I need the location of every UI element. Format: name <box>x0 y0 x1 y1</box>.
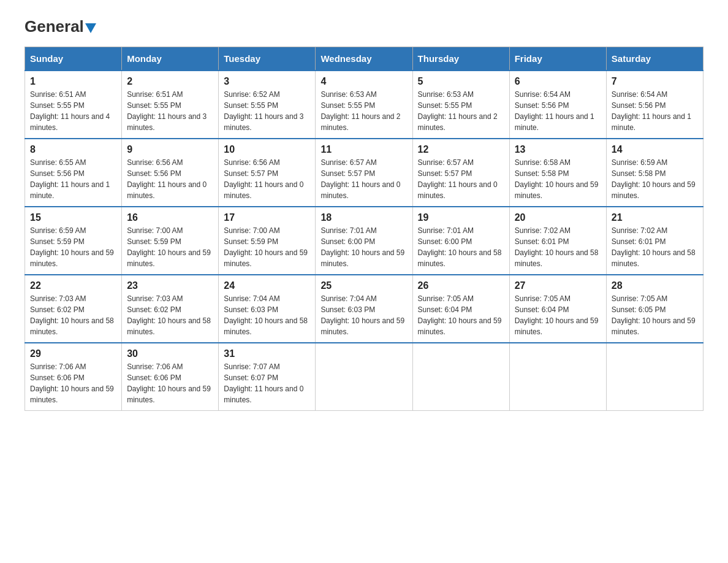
day-info: Sunrise: 7:05 AMSunset: 6:05 PMDaylight:… <box>612 294 696 336</box>
day-number: 27 <box>515 280 601 291</box>
day-info: Sunrise: 7:00 AMSunset: 5:59 PMDaylight:… <box>224 226 308 268</box>
day-info: Sunrise: 6:56 AMSunset: 5:56 PMDaylight:… <box>127 158 207 200</box>
calendar-cell: 6 Sunrise: 6:54 AMSunset: 5:56 PMDayligh… <box>509 71 606 139</box>
calendar-cell: 7 Sunrise: 6:54 AMSunset: 5:56 PMDayligh… <box>606 71 703 139</box>
calendar-table: SundayMondayTuesdayWednesdayThursdayFrid… <box>25 47 703 411</box>
calendar-cell: 28 Sunrise: 7:05 AMSunset: 6:05 PMDaylig… <box>606 275 703 343</box>
calendar-cell: 11 Sunrise: 6:57 AMSunset: 5:57 PMDaylig… <box>316 139 412 207</box>
day-number: 15 <box>30 212 116 223</box>
calendar-cell: 31 Sunrise: 7:07 AMSunset: 6:07 PMDaylig… <box>219 343 316 411</box>
calendar-week-row: 1 Sunrise: 6:51 AMSunset: 5:55 PMDayligh… <box>25 71 703 139</box>
weekday-header-tuesday: Tuesday <box>219 47 316 71</box>
day-number: 6 <box>515 76 601 87</box>
calendar-week-row: 15 Sunrise: 6:59 AMSunset: 5:59 PMDaylig… <box>25 207 703 275</box>
day-number: 23 <box>127 280 213 291</box>
calendar-cell <box>412 343 509 411</box>
day-number: 30 <box>127 348 213 359</box>
day-info: Sunrise: 7:05 AMSunset: 6:04 PMDaylight:… <box>515 294 599 336</box>
day-info: Sunrise: 6:51 AMSunset: 5:55 PMDaylight:… <box>30 90 110 132</box>
calendar-cell <box>606 343 703 411</box>
day-number: 8 <box>30 144 116 155</box>
day-info: Sunrise: 7:02 AMSunset: 6:01 PMDaylight:… <box>612 226 696 268</box>
day-info: Sunrise: 6:56 AMSunset: 5:57 PMDaylight:… <box>224 158 303 200</box>
day-info: Sunrise: 6:57 AMSunset: 5:57 PMDaylight:… <box>320 158 400 200</box>
day-number: 3 <box>224 76 310 87</box>
day-info: Sunrise: 6:57 AMSunset: 5:57 PMDaylight:… <box>418 158 498 200</box>
day-number: 9 <box>127 144 213 155</box>
day-number: 21 <box>612 212 698 223</box>
day-info: Sunrise: 7:06 AMSunset: 6:06 PMDaylight:… <box>30 362 114 404</box>
weekday-header-saturday: Saturday <box>606 47 703 71</box>
calendar-cell: 30 Sunrise: 7:06 AMSunset: 6:06 PMDaylig… <box>122 343 219 411</box>
calendar-cell: 26 Sunrise: 7:05 AMSunset: 6:04 PMDaylig… <box>412 275 509 343</box>
day-info: Sunrise: 7:07 AMSunset: 6:07 PMDaylight:… <box>224 362 303 404</box>
day-number: 29 <box>30 348 116 359</box>
calendar-cell: 4 Sunrise: 6:53 AMSunset: 5:55 PMDayligh… <box>316 71 412 139</box>
day-number: 13 <box>515 144 601 155</box>
day-info: Sunrise: 6:59 AMSunset: 5:59 PMDaylight:… <box>30 226 114 268</box>
calendar-cell: 25 Sunrise: 7:04 AMSunset: 6:03 PMDaylig… <box>316 275 412 343</box>
calendar-cell: 16 Sunrise: 7:00 AMSunset: 5:59 PMDaylig… <box>122 207 219 275</box>
calendar-cell: 21 Sunrise: 7:02 AMSunset: 6:01 PMDaylig… <box>606 207 703 275</box>
day-number: 12 <box>418 144 504 155</box>
day-info: Sunrise: 7:01 AMSunset: 6:00 PMDaylight:… <box>418 226 502 268</box>
calendar-cell: 24 Sunrise: 7:04 AMSunset: 6:03 PMDaylig… <box>219 275 316 343</box>
page-header: General <box>25 18 703 34</box>
day-info: Sunrise: 6:53 AMSunset: 5:55 PMDaylight:… <box>320 90 400 132</box>
calendar-cell: 10 Sunrise: 6:56 AMSunset: 5:57 PMDaylig… <box>219 139 316 207</box>
day-number: 22 <box>30 280 116 291</box>
day-number: 18 <box>320 212 407 223</box>
calendar-cell: 29 Sunrise: 7:06 AMSunset: 6:06 PMDaylig… <box>25 343 122 411</box>
calendar-cell: 15 Sunrise: 6:59 AMSunset: 5:59 PMDaylig… <box>25 207 122 275</box>
day-number: 28 <box>612 280 698 291</box>
day-info: Sunrise: 6:54 AMSunset: 5:56 PMDaylight:… <box>515 90 594 132</box>
day-number: 31 <box>224 348 310 359</box>
day-info: Sunrise: 6:54 AMSunset: 5:56 PMDaylight:… <box>612 90 691 132</box>
calendar-week-row: 22 Sunrise: 7:03 AMSunset: 6:02 PMDaylig… <box>25 275 703 343</box>
calendar-cell: 17 Sunrise: 7:00 AMSunset: 5:59 PMDaylig… <box>219 207 316 275</box>
calendar-cell: 14 Sunrise: 6:59 AMSunset: 5:58 PMDaylig… <box>606 139 703 207</box>
logo-triangle-icon <box>85 20 96 36</box>
day-number: 14 <box>612 144 698 155</box>
weekday-header-sunday: Sunday <box>25 47 122 71</box>
calendar-week-row: 29 Sunrise: 7:06 AMSunset: 6:06 PMDaylig… <box>25 343 703 411</box>
logo: General <box>25 18 96 34</box>
day-number: 17 <box>224 212 310 223</box>
weekday-header-monday: Monday <box>122 47 219 71</box>
day-info: Sunrise: 7:06 AMSunset: 6:06 PMDaylight:… <box>127 362 211 404</box>
calendar-cell: 20 Sunrise: 7:02 AMSunset: 6:01 PMDaylig… <box>509 207 606 275</box>
weekday-header-thursday: Thursday <box>412 47 509 71</box>
day-info: Sunrise: 6:58 AMSunset: 5:58 PMDaylight:… <box>515 158 599 200</box>
calendar-cell: 9 Sunrise: 6:56 AMSunset: 5:56 PMDayligh… <box>122 139 219 207</box>
day-number: 7 <box>612 76 698 87</box>
calendar-cell: 23 Sunrise: 7:03 AMSunset: 6:02 PMDaylig… <box>122 275 219 343</box>
svg-marker-0 <box>85 23 96 33</box>
day-number: 1 <box>30 76 116 87</box>
day-number: 16 <box>127 212 213 223</box>
weekday-header-friday: Friday <box>509 47 606 71</box>
calendar-cell: 3 Sunrise: 6:52 AMSunset: 5:55 PMDayligh… <box>219 71 316 139</box>
day-info: Sunrise: 7:03 AMSunset: 6:02 PMDaylight:… <box>127 294 211 336</box>
calendar-cell: 27 Sunrise: 7:05 AMSunset: 6:04 PMDaylig… <box>509 275 606 343</box>
day-number: 5 <box>418 76 504 87</box>
day-info: Sunrise: 7:04 AMSunset: 6:03 PMDaylight:… <box>224 294 308 336</box>
day-info: Sunrise: 7:04 AMSunset: 6:03 PMDaylight:… <box>320 294 404 336</box>
weekday-header-wednesday: Wednesday <box>316 47 412 71</box>
calendar-cell: 19 Sunrise: 7:01 AMSunset: 6:00 PMDaylig… <box>412 207 509 275</box>
calendar-cell: 5 Sunrise: 6:53 AMSunset: 5:55 PMDayligh… <box>412 71 509 139</box>
day-info: Sunrise: 6:52 AMSunset: 5:55 PMDaylight:… <box>224 90 303 132</box>
calendar-cell: 1 Sunrise: 6:51 AMSunset: 5:55 PMDayligh… <box>25 71 122 139</box>
day-info: Sunrise: 7:03 AMSunset: 6:02 PMDaylight:… <box>30 294 114 336</box>
day-number: 20 <box>515 212 601 223</box>
day-number: 24 <box>224 280 310 291</box>
day-number: 11 <box>320 144 407 155</box>
day-info: Sunrise: 6:55 AMSunset: 5:56 PMDaylight:… <box>30 158 110 200</box>
day-number: 4 <box>320 76 407 87</box>
day-info: Sunrise: 7:02 AMSunset: 6:01 PMDaylight:… <box>515 226 599 268</box>
day-info: Sunrise: 6:59 AMSunset: 5:58 PMDaylight:… <box>612 158 696 200</box>
day-info: Sunrise: 6:51 AMSunset: 5:55 PMDaylight:… <box>127 90 207 132</box>
day-info: Sunrise: 7:00 AMSunset: 5:59 PMDaylight:… <box>127 226 211 268</box>
day-number: 25 <box>320 280 407 291</box>
day-number: 2 <box>127 76 213 87</box>
calendar-cell: 2 Sunrise: 6:51 AMSunset: 5:55 PMDayligh… <box>122 71 219 139</box>
